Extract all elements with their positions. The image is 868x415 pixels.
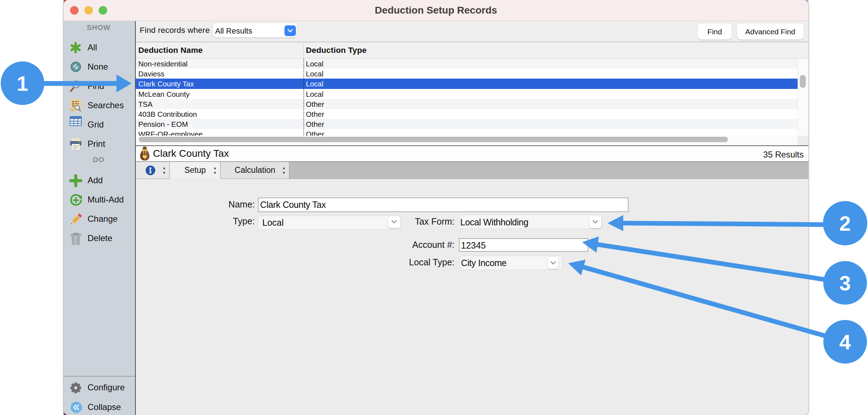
svg-text:1: 1 xyxy=(17,72,28,95)
svg-text:4: 4 xyxy=(839,330,851,354)
svg-text:3: 3 xyxy=(839,271,851,295)
svg-text:2: 2 xyxy=(839,212,851,235)
